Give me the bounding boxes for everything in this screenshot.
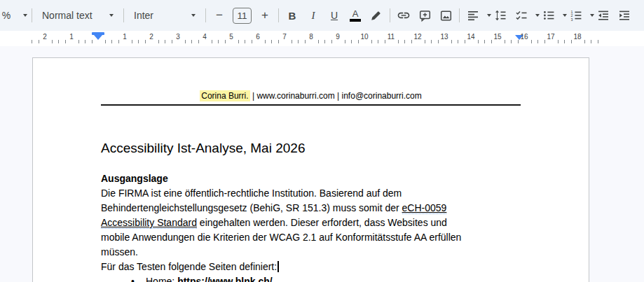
insert-link-button[interactable] xyxy=(395,6,413,25)
text-line[interactable]: Die FIRMA ist eine öffentlich-rechtliche… xyxy=(101,186,521,201)
text-line[interactable]: müssen. xyxy=(101,245,521,260)
ruler-number: 2 xyxy=(43,33,47,41)
zoom-dropdown[interactable]: % xyxy=(0,6,18,25)
font-family-dropdown[interactable]: Inter xyxy=(128,6,201,25)
left-indent-marker[interactable] xyxy=(94,35,102,40)
align-button[interactable] xyxy=(464,6,482,25)
checklist-button[interactable] xyxy=(512,6,530,25)
numbered-list-button[interactable]: 123 xyxy=(567,6,585,25)
ruler[interactable]: 21123456789101112131415161718 xyxy=(0,31,644,46)
ruler-tick xyxy=(212,40,212,43)
line-spacing-button[interactable] xyxy=(491,6,509,25)
ruler-tick xyxy=(345,40,345,43)
font-family-value: Inter xyxy=(134,10,153,21)
ruler-tick xyxy=(511,40,512,43)
ruler-tick xyxy=(238,40,239,43)
indent-button[interactable] xyxy=(615,6,633,25)
chevron-down-icon xyxy=(23,14,27,17)
ruler-tick xyxy=(544,40,545,43)
ruler-number: 3 xyxy=(176,33,180,41)
ruler-tick xyxy=(371,40,372,43)
ruler-tick xyxy=(385,40,385,43)
doc-body[interactable]: AusgangslageDie FIRMA ist eine öffentlic… xyxy=(101,171,521,282)
ruler-tick xyxy=(558,40,559,43)
text-run: mobile Anwendungen die Kriterien der WCA… xyxy=(101,232,461,243)
text-run: eingehalten werden. Dieser erfordert, da… xyxy=(197,217,447,228)
document-canvas: Corina Burri. | www.corinaburri.com | in… xyxy=(0,46,644,282)
ruler-tick xyxy=(491,40,492,43)
text-run: Home: xyxy=(146,276,177,282)
text-line[interactable]: Behindertengleichstellungsgesetz (BehiG,… xyxy=(101,201,521,216)
document-header-line[interactable]: Corina Burri. | www.corinaburri.com | in… xyxy=(101,91,521,101)
document-page[interactable]: Corina Burri. | www.corinaburri.com | in… xyxy=(32,57,589,282)
highlight-color-button[interactable] xyxy=(367,6,385,25)
ruler-tick xyxy=(52,40,53,43)
decrease-font-size-button[interactable]: − xyxy=(210,6,228,25)
header-contact-text: | www.corinaburri.com | info@corinaburri… xyxy=(250,91,422,101)
paragraph-style-dropdown[interactable]: Normal text xyxy=(36,6,119,25)
text-line[interactable]: Ausgangslage xyxy=(101,171,521,186)
align-left-icon xyxy=(467,9,479,22)
bold-button[interactable]: B xyxy=(283,6,301,25)
text-color-label: A xyxy=(352,9,359,18)
outdent-button[interactable] xyxy=(594,6,612,25)
zoom-value: % xyxy=(2,10,11,21)
document-title[interactable]: Accessibility Ist-Analyse, Mai 2026 xyxy=(101,139,521,157)
ruler-tick xyxy=(278,40,279,43)
text-run: Ausgangslage xyxy=(101,173,168,184)
text-line[interactable]: mobile Anwendungen die Kriterien der WCA… xyxy=(101,230,521,245)
ruler-tick xyxy=(39,40,39,43)
toolbar-divider xyxy=(32,8,32,22)
increase-font-size-button[interactable]: + xyxy=(256,6,274,25)
ruler-tick xyxy=(564,40,565,43)
text-line[interactable]: Accessibility Standard eingehalten werde… xyxy=(101,216,521,230)
ruler-tick xyxy=(398,40,399,43)
highlighter-icon xyxy=(370,9,383,22)
paragraph-style-value: Normal text xyxy=(42,10,93,21)
ruler-tick xyxy=(598,40,598,43)
bullet-list-item[interactable]: •Home: https://www.blnk.ch/ xyxy=(101,274,521,282)
ruler-tick xyxy=(298,40,299,43)
toolbar: % Normal text Inter − 11 + B I U A xyxy=(0,0,644,31)
ruler-number: 18 xyxy=(573,33,581,41)
ruler-tick xyxy=(411,40,412,43)
italic-button[interactable]: I xyxy=(304,6,322,25)
text-run: müssen. xyxy=(101,246,138,258)
ruler-tick xyxy=(505,40,505,43)
insert-image-button[interactable] xyxy=(437,6,455,25)
text-line[interactable]: Für das Testen folgende Seiten definiert… xyxy=(101,260,521,274)
ruler-tick xyxy=(305,40,306,43)
bullet-marker: • xyxy=(131,274,135,282)
ruler-number: 7 xyxy=(282,33,287,41)
ruler-tick xyxy=(324,40,325,43)
ruler-tick xyxy=(404,40,405,43)
ruler-tick xyxy=(145,40,146,43)
page-content: Corina Burri. | www.corinaburri.com | in… xyxy=(33,91,589,282)
ruler-tick xyxy=(65,40,66,43)
text-run: Für das Testen folgende Seiten definiert… xyxy=(101,261,277,272)
ruler-tick xyxy=(185,40,186,43)
add-comment-button[interactable] xyxy=(416,6,434,25)
ruler-tick xyxy=(218,40,219,43)
ruler-tick xyxy=(465,40,465,43)
ruler-tick xyxy=(378,40,378,43)
ruler-tick xyxy=(105,40,106,43)
comment-plus-icon xyxy=(418,9,432,22)
font-size-input[interactable]: 11 xyxy=(233,8,252,24)
toolbar-divider xyxy=(278,8,279,22)
ruler-tick xyxy=(111,40,112,43)
ruler-tick xyxy=(191,40,192,43)
ruler-tick xyxy=(458,40,458,43)
bullet-list-button[interactable] xyxy=(540,6,558,25)
text-color-button[interactable]: A xyxy=(346,6,364,25)
ruler-number: 6 xyxy=(256,33,260,41)
ruler-tick xyxy=(431,40,432,43)
ruler-tick xyxy=(537,40,538,43)
ruler-tick xyxy=(425,40,425,43)
underline-button[interactable]: U xyxy=(325,6,343,25)
ruler-number: 2 xyxy=(149,33,153,41)
header-divider xyxy=(101,104,521,106)
toolbar-divider xyxy=(205,8,206,22)
ruler-tick xyxy=(165,40,165,43)
ruler-tick xyxy=(584,40,585,43)
